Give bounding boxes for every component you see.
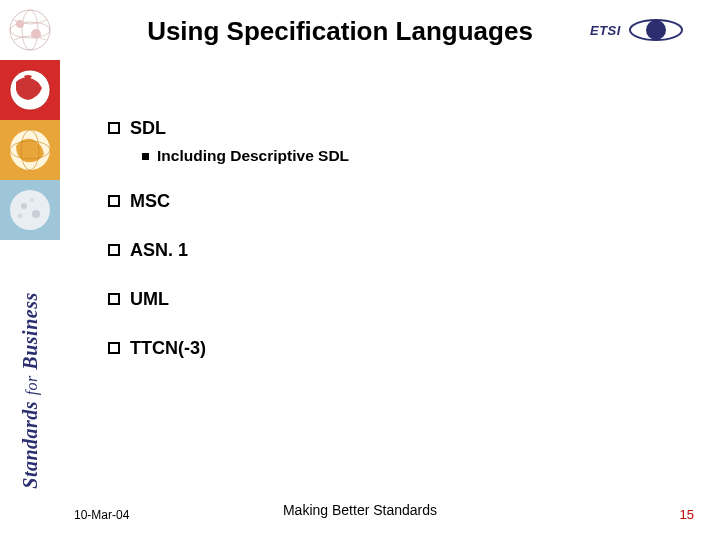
etsi-logo-text: ETSI xyxy=(590,23,621,38)
etsi-logo: ETSI xyxy=(590,14,698,46)
list-item: ASN. 1 xyxy=(108,240,628,261)
square-bullet-icon xyxy=(142,153,149,160)
left-strip: Standards for Business xyxy=(0,0,60,540)
moon-icon xyxy=(0,180,60,240)
footer-emblem-icon xyxy=(337,490,383,526)
svg-point-12 xyxy=(32,210,40,218)
bullet-list: SDL Including Descriptive SDL MSC ASN. 1… xyxy=(108,118,628,387)
footer-date: 10-Mar-04 xyxy=(74,508,129,522)
checkbox-bullet-icon xyxy=(108,244,120,256)
footer-center-text: Making Better Standards xyxy=(283,502,437,518)
svg-point-16 xyxy=(646,20,666,40)
checkbox-bullet-icon xyxy=(108,195,120,207)
list-item-label: SDL xyxy=(130,118,166,139)
checkbox-bullet-icon xyxy=(108,293,120,305)
svg-point-13 xyxy=(30,198,34,202)
footer-page-number: 15 xyxy=(680,507,694,522)
svg-point-14 xyxy=(18,214,23,219)
list-item: SDL xyxy=(108,118,628,139)
globe-sketch-icon xyxy=(0,0,60,60)
list-subitem-label: Including Descriptive SDL xyxy=(157,147,349,165)
list-item: UML xyxy=(108,289,628,310)
svg-point-4 xyxy=(31,29,41,39)
svg-point-11 xyxy=(21,203,27,209)
checkbox-bullet-icon xyxy=(108,342,120,354)
checkbox-bullet-icon xyxy=(108,122,120,134)
vertical-word-1: Standards xyxy=(19,400,41,488)
vertical-word-2: for xyxy=(23,375,40,395)
svg-point-3 xyxy=(16,20,24,28)
etsi-logo-mark xyxy=(627,17,685,43)
vertical-brand-label: Standards for Business xyxy=(0,240,60,540)
slide-title: Using Specification Languages xyxy=(100,16,580,47)
vertical-word-3: Business xyxy=(19,292,41,369)
list-item-label: ASN. 1 xyxy=(130,240,188,261)
globe-red-icon xyxy=(0,60,60,120)
list-item-label: MSC xyxy=(130,191,170,212)
list-item: TTCN(-3) xyxy=(108,338,628,359)
slide: Standards for Business Using Specificati… xyxy=(0,0,720,540)
globe-orange-icon xyxy=(0,120,60,180)
list-item-label: TTCN(-3) xyxy=(130,338,206,359)
svg-point-0 xyxy=(10,10,50,50)
list-item: MSC xyxy=(108,191,628,212)
list-item-label: UML xyxy=(130,289,169,310)
list-subitem: Including Descriptive SDL xyxy=(142,147,628,165)
svg-point-10 xyxy=(10,190,50,230)
